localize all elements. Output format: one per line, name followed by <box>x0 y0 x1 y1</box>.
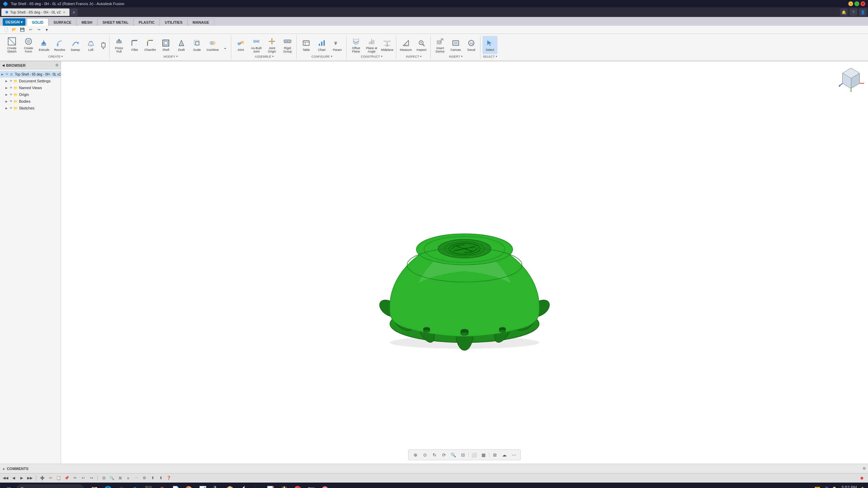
zoom-in-button[interactable]: 🔍 <box>449 451 457 459</box>
minimize-button[interactable]: ─ <box>848 1 853 6</box>
start-button[interactable]: ⊞ <box>3 483 15 488</box>
redo-comment-button[interactable]: ↪ <box>88 475 95 482</box>
comment-export-button[interactable]: ⬆ <box>149 475 156 482</box>
revolve-button[interactable]: Revolve <box>52 36 67 54</box>
tree-item-sketches[interactable]: ▶ 👁 📁 Sketches <box>0 105 61 111</box>
as-built-joint-button[interactable]: As-BuiltJoint <box>249 36 264 54</box>
ribbon-group-construct-label[interactable]: CONSTRUCT ▾ <box>349 54 395 59</box>
notifications-button[interactable]: 🔔 <box>840 8 848 16</box>
design-mode-selector[interactable]: DESIGN ▾ <box>3 18 25 26</box>
viewport[interactable]: ⊕ ⊙ ↻ ⟳ 🔍 ⊟ ⬜ ▦ ⊞ ☁ ⋯ <box>61 61 868 464</box>
undo-comment-button[interactable]: ↩ <box>80 475 86 482</box>
list-view-button[interactable]: ≡ <box>125 475 132 482</box>
grid-view-button[interactable]: ⊞ <box>117 475 123 482</box>
browser-settings-icon[interactable]: ⚙ <box>55 63 59 67</box>
modify-more-button[interactable] <box>221 36 230 54</box>
taskbar-app-11[interactable]: 📊 <box>197 483 209 488</box>
add-comment-button[interactable]: ➕ <box>39 475 46 482</box>
combine-button[interactable]: Combine <box>205 36 220 54</box>
cut-button[interactable]: ✂ <box>47 475 54 482</box>
comment-help-button[interactable]: ❓ <box>165 475 172 482</box>
create-form-button[interactable]: CreateForm <box>21 36 36 54</box>
look-at-button[interactable]: ↻ <box>430 451 438 459</box>
taskbar-app-13[interactable]: 📦 <box>224 483 236 488</box>
ribbon-group-assemble-label[interactable]: ASSEMBLE ▾ <box>233 54 295 59</box>
viewport-canvas[interactable]: ⊕ ⊙ ↻ ⟳ 🔍 ⊟ ⬜ ▦ ⊞ ☁ ⋯ <box>61 61 868 464</box>
qa-open[interactable]: 📂 <box>11 26 18 33</box>
taskbar-battery-icon[interactable]: 🔋 <box>831 487 837 488</box>
view-cube[interactable] <box>837 65 865 92</box>
tree-item-doc-settings[interactable]: ▶ 👁 📁 Document Settings <box>0 78 61 84</box>
tab-sheet-metal[interactable]: SHEET METAL <box>97 18 134 26</box>
play-prev-button[interactable]: ◀ <box>10 475 17 482</box>
inspect-button[interactable]: Inspect <box>414 36 429 54</box>
orbit-button[interactable]: ⊙ <box>421 451 429 459</box>
qa-save[interactable]: 💾 <box>19 26 26 33</box>
taskbar-app-20[interactable]: 🎯 <box>319 483 331 488</box>
fillet-button[interactable]: Fillet <box>127 36 142 54</box>
select-button[interactable]: Select <box>482 36 497 54</box>
tab-close-button[interactable]: ✕ <box>63 11 65 14</box>
filter-button[interactable]: ⊟ <box>100 475 107 482</box>
tree-item-origin[interactable]: ▶ 👁 📁 Origin <box>0 91 61 98</box>
shell-button[interactable]: Shell <box>158 36 173 54</box>
ribbon-group-insert-label[interactable]: INSERT ▾ <box>433 54 479 59</box>
eye-visibility-sketches[interactable]: 👁 <box>9 106 13 110</box>
ribbon-group-create-label[interactable]: CREATE ▾ <box>3 54 108 59</box>
eye-visibility-root[interactable]: 👁 <box>5 73 8 76</box>
press-pull-button[interactable]: PressPull <box>112 36 126 54</box>
taskbar-app-10[interactable]: 🎨 <box>183 483 195 488</box>
taskbar-app-12[interactable]: 🔧 <box>210 483 222 488</box>
plane-at-angle-button[interactable]: Plane atAngle <box>364 36 379 54</box>
midplane-button[interactable]: Midplane <box>380 36 395 54</box>
tab-utilities[interactable]: UTILITIES <box>160 18 188 26</box>
more-view-button[interactable]: ⋯ <box>510 451 518 459</box>
taskbar-app-14[interactable]: 🔬 <box>237 483 250 488</box>
active-tab[interactable]: Top Shell - 65 deg - 0H - 0L v2 ✕ <box>1 8 70 16</box>
extrude-button[interactable]: Extrude <box>37 36 52 54</box>
tab-plastic[interactable]: PLASTIC <box>134 18 160 26</box>
taskbar-app-19[interactable]: 📷 <box>305 483 317 488</box>
qa-more[interactable]: ▼ <box>43 26 50 33</box>
measure-button[interactable]: mm Measure <box>398 36 413 54</box>
taskbar-app-terminal[interactable]: ⬛ <box>142 483 155 488</box>
taskbar-app-fusion360[interactable]: ⚙ <box>156 483 168 488</box>
ribbon-group-select-label[interactable]: SELECT ▾ <box>482 54 497 59</box>
play-back-button[interactable]: ◀◀ <box>2 475 9 482</box>
decal-button[interactable]: Aa Decal <box>464 36 479 54</box>
offset-plane-button[interactable]: OffsetPlane <box>349 36 363 54</box>
configure-table-button[interactable]: Table <box>299 36 314 54</box>
configure-chart-button[interactable]: Chart <box>314 36 329 54</box>
help-button[interactable]: ? <box>850 8 857 16</box>
clock[interactable]: 5:52 PM 11/30/2024 <box>840 485 857 488</box>
tab-solid[interactable]: SOLID <box>27 18 48 26</box>
pan-button[interactable]: ⊕ <box>411 451 419 459</box>
browser-expand-icon[interactable]: ◀ <box>2 63 5 67</box>
comment-import-button[interactable]: ⬇ <box>157 475 164 482</box>
joint-button[interactable]: Joint <box>233 36 248 54</box>
scale-button[interactable]: Scale <box>190 36 204 54</box>
taskbar-app-vscode[interactable]: ⬟ <box>129 483 141 488</box>
paste-button[interactable]: 📌 <box>63 475 70 482</box>
tab-manage[interactable]: MANAGE <box>188 18 214 26</box>
insert-derive-button[interactable]: InsertDerive <box>433 36 448 54</box>
tab-mesh[interactable]: MESH <box>76 18 97 26</box>
ribbon-group-inspect-label[interactable]: INSPECT ▾ <box>398 54 429 59</box>
tab-surface[interactable]: SURFACE <box>48 18 77 26</box>
visual-style-button[interactable]: ▦ <box>479 451 488 459</box>
taskbar-network-icon[interactable]: 📶 <box>814 487 820 488</box>
taskbar-search-bar[interactable]: 🔍 <box>16 484 84 488</box>
ribbon-group-modify-label[interactable]: MODIFY ▾ <box>112 54 230 59</box>
tree-item-named-views[interactable]: ▶ 👁 📁 Named Views <box>0 84 61 91</box>
tree-item-root[interactable]: ▶ 👁 🗎 Top Shell - 65 deg - 0H - 0L v2 📌 <box>0 71 61 78</box>
play-next-button[interactable]: ▶▶ <box>26 475 33 482</box>
eye-visibility-doc-settings[interactable]: 👁 <box>9 79 13 83</box>
taskbar-notification-icon[interactable]: 🔔 <box>860 487 865 488</box>
qa-undo[interactable]: ↩ <box>27 26 34 33</box>
taskbar-app-edge[interactable]: 🌐 <box>102 483 114 488</box>
eye-visibility-origin[interactable]: 👁 <box>9 93 13 96</box>
edit-button[interactable]: ✏ <box>72 475 78 482</box>
comments-expand-icon[interactable]: ▲ <box>2 467 5 470</box>
chamfer-button[interactable]: Chamfer <box>143 36 158 54</box>
display-mode-button[interactable]: ⬜ <box>470 451 478 459</box>
